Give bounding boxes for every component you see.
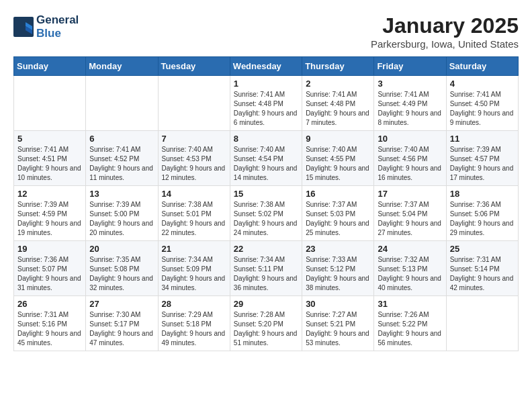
calendar-cell: 5Sunrise: 7:41 AM Sunset: 4:51 PM Daylig… xyxy=(14,131,86,186)
calendar-day-header: Sunday xyxy=(14,57,86,76)
calendar-cell xyxy=(86,76,158,131)
calendar-day-header: Tuesday xyxy=(158,57,230,76)
calendar-cell: 1Sunrise: 7:41 AM Sunset: 4:48 PM Daylig… xyxy=(230,76,302,131)
day-number: 22 xyxy=(234,244,298,254)
logo-icon xyxy=(13,17,34,37)
day-number: 10 xyxy=(378,134,442,144)
day-number: 29 xyxy=(234,299,298,309)
day-number: 7 xyxy=(162,134,226,144)
day-info: Sunrise: 7:33 AM Sunset: 5:12 PM Dayligh… xyxy=(306,255,370,293)
day-number: 2 xyxy=(306,79,370,89)
calendar-cell: 14Sunrise: 7:38 AM Sunset: 5:01 PM Dayli… xyxy=(158,186,230,241)
day-number: 24 xyxy=(378,244,442,254)
day-number: 5 xyxy=(17,134,82,144)
day-number: 25 xyxy=(450,244,515,254)
calendar-cell: 12Sunrise: 7:39 AM Sunset: 4:59 PM Dayli… xyxy=(14,186,86,241)
day-info: Sunrise: 7:30 AM Sunset: 5:17 PM Dayligh… xyxy=(89,310,154,348)
calendar-cell: 31Sunrise: 7:26 AM Sunset: 5:22 PM Dayli… xyxy=(374,296,446,351)
calendar-week-row: 1Sunrise: 7:41 AM Sunset: 4:48 PM Daylig… xyxy=(14,76,519,131)
day-info: Sunrise: 7:31 AM Sunset: 5:16 PM Dayligh… xyxy=(17,310,82,348)
location: Parkersburg, Iowa, United States xyxy=(371,38,519,50)
calendar-table: SundayMondayTuesdayWednesdayThursdayFrid… xyxy=(13,56,519,351)
calendar-cell: 24Sunrise: 7:32 AM Sunset: 5:13 PM Dayli… xyxy=(374,241,446,296)
calendar-cell: 7Sunrise: 7:40 AM Sunset: 4:53 PM Daylig… xyxy=(158,131,230,186)
day-number: 4 xyxy=(450,79,515,89)
calendar-cell: 10Sunrise: 7:40 AM Sunset: 4:56 PM Dayli… xyxy=(374,131,446,186)
calendar-cell: 25Sunrise: 7:31 AM Sunset: 5:14 PM Dayli… xyxy=(446,241,518,296)
calendar-day-header: Monday xyxy=(86,57,158,76)
calendar-day-header: Thursday xyxy=(302,57,374,76)
day-info: Sunrise: 7:40 AM Sunset: 4:54 PM Dayligh… xyxy=(234,145,298,183)
calendar-cell: 30Sunrise: 7:27 AM Sunset: 5:21 PM Dayli… xyxy=(302,296,374,351)
calendar-week-row: 12Sunrise: 7:39 AM Sunset: 4:59 PM Dayli… xyxy=(14,186,519,241)
calendar-cell xyxy=(158,76,230,131)
day-number: 30 xyxy=(306,299,370,309)
day-info: Sunrise: 7:39 AM Sunset: 4:59 PM Dayligh… xyxy=(17,200,82,238)
day-number: 12 xyxy=(17,189,82,199)
month-title: January 2025 xyxy=(371,13,519,38)
day-number: 17 xyxy=(378,189,442,199)
day-info: Sunrise: 7:34 AM Sunset: 5:11 PM Dayligh… xyxy=(234,255,298,293)
day-info: Sunrise: 7:41 AM Sunset: 4:49 PM Dayligh… xyxy=(378,90,442,128)
day-number: 31 xyxy=(378,299,442,309)
calendar-cell: 16Sunrise: 7:37 AM Sunset: 5:03 PM Dayli… xyxy=(302,186,374,241)
calendar-cell: 29Sunrise: 7:28 AM Sunset: 5:20 PM Dayli… xyxy=(230,296,302,351)
day-number: 21 xyxy=(162,244,226,254)
day-number: 16 xyxy=(306,189,370,199)
day-info: Sunrise: 7:41 AM Sunset: 4:48 PM Dayligh… xyxy=(234,90,298,128)
calendar-cell: 19Sunrise: 7:36 AM Sunset: 5:07 PM Dayli… xyxy=(14,241,86,296)
day-info: Sunrise: 7:38 AM Sunset: 5:01 PM Dayligh… xyxy=(162,200,226,238)
day-info: Sunrise: 7:27 AM Sunset: 5:21 PM Dayligh… xyxy=(306,310,370,348)
day-info: Sunrise: 7:38 AM Sunset: 5:02 PM Dayligh… xyxy=(234,200,298,238)
day-info: Sunrise: 7:40 AM Sunset: 4:53 PM Dayligh… xyxy=(162,145,226,183)
calendar-cell: 27Sunrise: 7:30 AM Sunset: 5:17 PM Dayli… xyxy=(86,296,158,351)
day-info: Sunrise: 7:35 AM Sunset: 5:08 PM Dayligh… xyxy=(89,255,154,293)
logo: General Blue xyxy=(13,13,79,40)
calendar-day-header: Saturday xyxy=(446,57,518,76)
calendar-cell: 3Sunrise: 7:41 AM Sunset: 4:49 PM Daylig… xyxy=(374,76,446,131)
day-number: 19 xyxy=(17,244,82,254)
day-info: Sunrise: 7:41 AM Sunset: 4:51 PM Dayligh… xyxy=(17,145,82,183)
day-info: Sunrise: 7:39 AM Sunset: 4:57 PM Dayligh… xyxy=(450,145,515,183)
calendar-cell: 18Sunrise: 7:36 AM Sunset: 5:06 PM Dayli… xyxy=(446,186,518,241)
day-info: Sunrise: 7:32 AM Sunset: 5:13 PM Dayligh… xyxy=(378,255,442,293)
day-info: Sunrise: 7:36 AM Sunset: 5:06 PM Dayligh… xyxy=(450,200,515,238)
day-number: 15 xyxy=(234,189,298,199)
day-number: 6 xyxy=(89,134,154,144)
day-number: 3 xyxy=(378,79,442,89)
calendar-week-row: 26Sunrise: 7:31 AM Sunset: 5:16 PM Dayli… xyxy=(14,296,519,351)
day-number: 14 xyxy=(162,189,226,199)
calendar-day-header: Wednesday xyxy=(230,57,302,76)
day-number: 26 xyxy=(17,299,82,309)
calendar-cell: 20Sunrise: 7:35 AM Sunset: 5:08 PM Dayli… xyxy=(86,241,158,296)
calendar-cell: 28Sunrise: 7:29 AM Sunset: 5:18 PM Dayli… xyxy=(158,296,230,351)
day-info: Sunrise: 7:41 AM Sunset: 4:52 PM Dayligh… xyxy=(89,145,154,183)
day-info: Sunrise: 7:41 AM Sunset: 4:48 PM Dayligh… xyxy=(306,90,370,128)
calendar-header-row: SundayMondayTuesdayWednesdayThursdayFrid… xyxy=(14,57,519,76)
day-info: Sunrise: 7:37 AM Sunset: 5:03 PM Dayligh… xyxy=(306,200,370,238)
calendar-cell: 9Sunrise: 7:40 AM Sunset: 4:55 PM Daylig… xyxy=(302,131,374,186)
day-info: Sunrise: 7:37 AM Sunset: 5:04 PM Dayligh… xyxy=(378,200,442,238)
day-number: 9 xyxy=(306,134,370,144)
calendar-container: General Blue January 2025 Parkersburg, I… xyxy=(0,0,532,358)
calendar-week-row: 5Sunrise: 7:41 AM Sunset: 4:51 PM Daylig… xyxy=(14,131,519,186)
day-info: Sunrise: 7:29 AM Sunset: 5:18 PM Dayligh… xyxy=(162,310,226,348)
calendar-cell: 6Sunrise: 7:41 AM Sunset: 4:52 PM Daylig… xyxy=(86,131,158,186)
calendar-day-header: Friday xyxy=(374,57,446,76)
calendar-cell: 23Sunrise: 7:33 AM Sunset: 5:12 PM Dayli… xyxy=(302,241,374,296)
calendar-cell: 8Sunrise: 7:40 AM Sunset: 4:54 PM Daylig… xyxy=(230,131,302,186)
calendar-cell: 13Sunrise: 7:39 AM Sunset: 5:00 PM Dayli… xyxy=(86,186,158,241)
day-number: 28 xyxy=(162,299,226,309)
day-number: 8 xyxy=(234,134,298,144)
title-block: January 2025 Parkersburg, Iowa, United S… xyxy=(371,13,519,50)
day-info: Sunrise: 7:26 AM Sunset: 5:22 PM Dayligh… xyxy=(378,310,442,348)
calendar-cell xyxy=(446,296,518,351)
calendar-cell: 26Sunrise: 7:31 AM Sunset: 5:16 PM Dayli… xyxy=(14,296,86,351)
day-number: 18 xyxy=(450,189,515,199)
calendar-cell: 17Sunrise: 7:37 AM Sunset: 5:04 PM Dayli… xyxy=(374,186,446,241)
calendar-cell: 2Sunrise: 7:41 AM Sunset: 4:48 PM Daylig… xyxy=(302,76,374,131)
day-info: Sunrise: 7:40 AM Sunset: 4:56 PM Dayligh… xyxy=(378,145,442,183)
calendar-cell: 11Sunrise: 7:39 AM Sunset: 4:57 PM Dayli… xyxy=(446,131,518,186)
day-number: 23 xyxy=(306,244,370,254)
day-info: Sunrise: 7:28 AM Sunset: 5:20 PM Dayligh… xyxy=(234,310,298,348)
